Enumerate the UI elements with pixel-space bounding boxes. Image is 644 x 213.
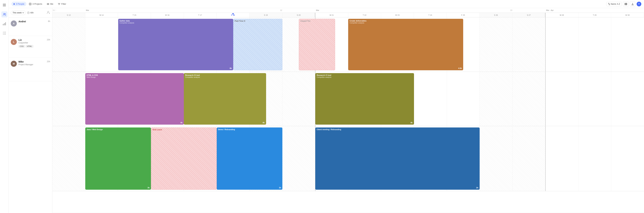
day-label-t15: T 15 [133, 14, 136, 16]
grid-cell-15 [546, 17, 578, 72]
svg-rect-7 [5, 22, 6, 25]
people-sidebar: This week 48h [9, 8, 52, 213]
tab-projects-label: 3 Projects [32, 3, 42, 5]
grid-row-andrei: Gather data Competitor analysis 8h Paid … [52, 17, 644, 72]
person-name-liz: Liz [18, 38, 47, 41]
app-container: 3 People 3 Projects Me [0, 0, 644, 213]
day-label-t22: T 22 [363, 14, 366, 16]
tab-filter-label: Filter [61, 3, 66, 5]
day-s19: S 19 [250, 13, 282, 17]
event-hours-gather: 8h [230, 67, 232, 69]
toolbar-tabs: 3 People 3 Projects Me [12, 2, 605, 6]
event-liz-research1[interactable]: Research CI tool Competitor analysis 4h [184, 73, 266, 125]
person-hours-andrei: 8h [48, 20, 50, 22]
person-info-andrei: Andrei [18, 20, 48, 23]
event-title-html: HTML & CSS [87, 74, 182, 76]
day-label-t29: T 29 [593, 14, 596, 16]
tab-me[interactable]: Me [45, 2, 55, 6]
person-info-liz: Liz Copywriter CSS HTML [18, 38, 47, 48]
day-label-t17: T 17 [198, 14, 202, 16]
svg-rect-17 [625, 3, 626, 4]
grid-cell-1 [85, 17, 118, 72]
view-toggle-btn[interactable] [623, 1, 628, 7]
svg-rect-8 [3, 32, 4, 32]
left-nav [0, 0, 9, 213]
day-s13: S 13 [52, 13, 85, 17]
event-title-gather: Gather data [120, 20, 232, 22]
event-liz-research2[interactable]: Research CI tool Competitor analysis 4h [315, 73, 414, 125]
svg-rect-13 [4, 34, 6, 34]
event-sub-research2: Competitor analysis [317, 76, 412, 78]
toolbar-right: Name A-Z + [606, 1, 641, 7]
week-label-mar1: Mar [86, 9, 89, 11]
week-label: This week [12, 11, 22, 14]
week-num-13: 13 [510, 9, 512, 11]
svg-rect-1 [3, 5, 6, 5]
hours-badge: 48h [27, 11, 34, 14]
day-w30: W 30 [611, 13, 644, 17]
event-title-deliverables: Create deliverables [350, 20, 462, 22]
sort-name-label: Name [611, 3, 616, 5]
tab-people-label: 3 People [16, 3, 24, 5]
event-hours-research1: 4h [262, 122, 265, 124]
avatar-liz: L [11, 39, 17, 45]
event-mike-java[interactable]: Java / Web Design 3h [85, 127, 151, 190]
week-num-11: 11 [53, 9, 56, 11]
eye-icon [47, 3, 49, 5]
week-header: Mar Mar Mar - Apr 11 12 13 [52, 8, 644, 13]
week-selector[interactable]: This week [11, 10, 26, 15]
tab-filter[interactable]: Filter [56, 2, 68, 6]
event-title-demo: Demo / Rebranding [218, 128, 281, 131]
tab-people[interactable]: 3 People [12, 2, 26, 6]
svg-rect-12 [3, 34, 4, 34]
event-andrei-unpaid[interactable]: Unpaid Tim [299, 19, 335, 70]
event-andrei-gather[interactable]: Gather data Competitor analysis 8h [118, 19, 233, 70]
export-icon [632, 3, 634, 5]
nav-people-icon[interactable] [1, 11, 8, 17]
event-title-research2: Research CI tool [317, 74, 412, 76]
nav-analytics-icon[interactable] [1, 21, 8, 27]
export-btn[interactable] [630, 1, 635, 7]
grid-cell-13 [480, 17, 512, 72]
svg-rect-5 [3, 24, 4, 25]
svg-rect-0 [3, 4, 6, 4]
sidebar-header: This week 48h [9, 8, 52, 17]
add-person-icon[interactable] [47, 11, 50, 15]
nav-menu-icon[interactable] [1, 2, 8, 8]
event-mike-demo[interactable]: Demo / Rebranding 3h [217, 127, 282, 190]
grid-cell-16 [578, 17, 612, 72]
person-tags-liz: CSS HTML [18, 45, 47, 48]
tab-projects[interactable]: 3 Projects [27, 2, 44, 6]
day-t29: T 29 [578, 13, 611, 17]
event-mike-client[interactable]: Client meeting / Rebranding 2h [315, 127, 480, 190]
sort-button[interactable]: Name A-Z [606, 2, 622, 6]
day-m21: M 21 [315, 13, 348, 17]
day-f25: F 25 [447, 13, 480, 17]
event-andrei-pto[interactable]: Paid Time O [233, 19, 282, 70]
grid-row-mike: Java / Web Design 3h Sick Leave Demo / R… [52, 126, 644, 191]
event-liz-html[interactable]: HTML & CSS Web Design 4h [85, 73, 184, 125]
day-label-s26: S 26 [494, 14, 498, 16]
event-sub-deliverables: Competitor analysis [350, 22, 462, 24]
timeline-inner: Mar Mar Mar - Apr 11 12 13 S 13 M 14 T 1… [52, 8, 644, 213]
day-label-w23: W 23 [395, 14, 400, 16]
day-s27: S 27 [512, 13, 546, 17]
projects-icon [29, 3, 32, 5]
event-title-pto: Paid Time O [235, 20, 281, 22]
event-mike-sick[interactable]: Sick Leave [151, 127, 217, 190]
day-t22: T 22 [348, 13, 381, 17]
event-title-client: Client meeting / Rebranding [317, 128, 478, 131]
event-title-sick: Sick Leave [152, 129, 215, 131]
day-header: S 13 M 14 T 15 W 16 T 17 F 18 S 19 S 20 … [52, 13, 644, 17]
sort-order-label: A-Z [617, 3, 620, 5]
add-button[interactable]: + [636, 2, 641, 6]
toolbar: 3 People 3 Projects Me [9, 0, 644, 8]
hours-total: 48h [30, 11, 34, 14]
grid-cell-17 [611, 17, 644, 72]
event-andrei-deliverables[interactable]: Create deliverables Competitor analysis … [348, 19, 463, 70]
grid-icon [625, 3, 627, 5]
today-dot [232, 13, 234, 14]
nav-list-icon[interactable] [1, 30, 8, 36]
svg-rect-9 [4, 32, 6, 32]
avatar-mike: M [11, 61, 17, 67]
